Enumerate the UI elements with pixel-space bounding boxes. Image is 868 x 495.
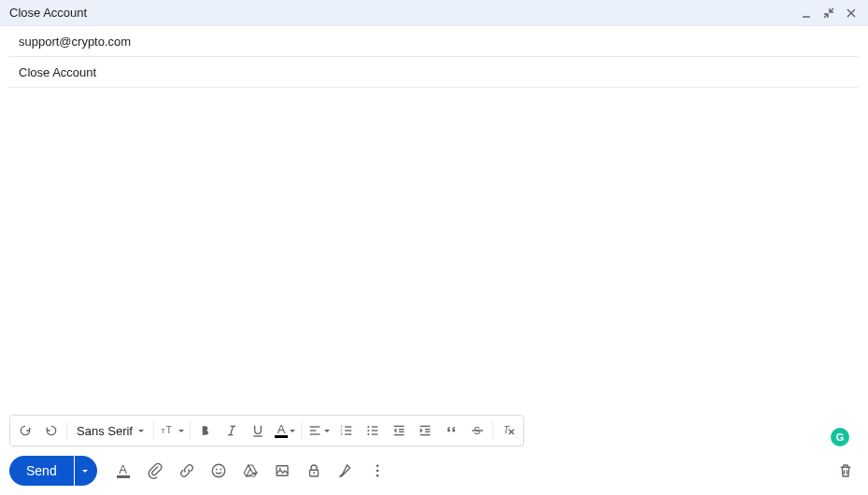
- send-button[interactable]: Send: [9, 456, 74, 486]
- formatting-options-button[interactable]: A: [110, 458, 136, 484]
- to-value: support@crypto.com: [19, 35, 131, 49]
- indent-more-button[interactable]: [412, 417, 438, 444]
- svg-point-19: [367, 430, 369, 431]
- underline-button[interactable]: [245, 417, 271, 444]
- chevron-down-icon: [82, 470, 88, 473]
- font-family-label: Sans Serif: [77, 424, 133, 438]
- font-size-select[interactable]: TT: [156, 417, 188, 444]
- svg-point-20: [367, 433, 369, 435]
- svg-rect-40: [277, 466, 288, 476]
- svg-point-38: [216, 469, 218, 471]
- close-icon[interactable]: [844, 6, 859, 21]
- insert-signature-button[interactable]: [333, 458, 359, 484]
- svg-point-37: [212, 464, 225, 477]
- text-color-button[interactable]: A: [271, 417, 299, 444]
- toolbar-divider: [153, 421, 154, 440]
- svg-point-46: [376, 474, 378, 477]
- collapse-icon[interactable]: [821, 6, 836, 21]
- align-button[interactable]: [304, 417, 334, 444]
- titlebar-actions: [799, 6, 859, 21]
- send-button-group: Send: [9, 456, 97, 486]
- strikethrough-button[interactable]: S: [464, 417, 491, 444]
- toolbar-divider: [190, 421, 191, 440]
- grammarly-badge[interactable]: G: [831, 428, 849, 446]
- svg-point-18: [367, 426, 369, 428]
- bulleted-list-button[interactable]: [360, 417, 386, 444]
- toolbar-divider: [492, 421, 493, 440]
- remove-format-button[interactable]: T: [495, 417, 521, 444]
- compose-body[interactable]: [0, 88, 868, 415]
- format-toolbar: Sans Serif TT A 123 S: [9, 415, 524, 446]
- undo-button[interactable]: [12, 417, 38, 444]
- insert-link-button[interactable]: [174, 458, 200, 484]
- toolbar-divider: [301, 421, 302, 440]
- svg-point-39: [220, 469, 221, 471]
- attach-file-button[interactable]: [142, 458, 168, 484]
- grammarly-label: G: [836, 431, 845, 443]
- indent-less-button[interactable]: [386, 417, 412, 444]
- send-label: Send: [26, 463, 57, 478]
- svg-point-45: [376, 470, 378, 473]
- toolbar-divider: [66, 421, 67, 440]
- numbered-list-button[interactable]: 123: [334, 417, 360, 444]
- svg-text:3: 3: [340, 431, 343, 436]
- bold-button[interactable]: [192, 417, 219, 444]
- subject-value: Close Account: [19, 65, 96, 79]
- svg-line-7: [231, 426, 234, 434]
- svg-point-41: [279, 468, 281, 470]
- compose-bottom-row: Send A: [0, 446, 868, 495]
- more-options-button[interactable]: [364, 458, 391, 484]
- insert-emoji-button[interactable]: [206, 458, 232, 484]
- minimize-icon[interactable]: [799, 6, 814, 21]
- chevron-down-icon: [178, 430, 184, 432]
- redo-button[interactable]: [38, 417, 64, 444]
- compose-titlebar: Close Account: [0, 0, 868, 26]
- chevron-down-icon: [324, 430, 330, 432]
- discard-draft-button[interactable]: [832, 458, 859, 484]
- chevron-down-icon: [290, 430, 295, 432]
- svg-text:T: T: [161, 427, 165, 435]
- svg-point-43: [313, 472, 315, 474]
- italic-button[interactable]: [219, 417, 245, 444]
- chevron-down-icon: [138, 430, 144, 432]
- font-family-select[interactable]: Sans Serif: [69, 417, 151, 444]
- confidential-mode-button[interactable]: [301, 458, 327, 484]
- quote-button[interactable]: [438, 417, 464, 444]
- insert-drive-button[interactable]: [237, 458, 263, 484]
- to-field[interactable]: support@crypto.com: [9, 26, 859, 57]
- svg-text:T: T: [166, 425, 172, 435]
- insert-photo-button[interactable]: [269, 458, 295, 484]
- compose-title: Close Account: [9, 6, 799, 20]
- subject-field[interactable]: Close Account: [9, 57, 859, 88]
- bottom-icons: A: [110, 458, 391, 484]
- svg-point-44: [376, 464, 378, 467]
- send-options-button[interactable]: [75, 456, 97, 486]
